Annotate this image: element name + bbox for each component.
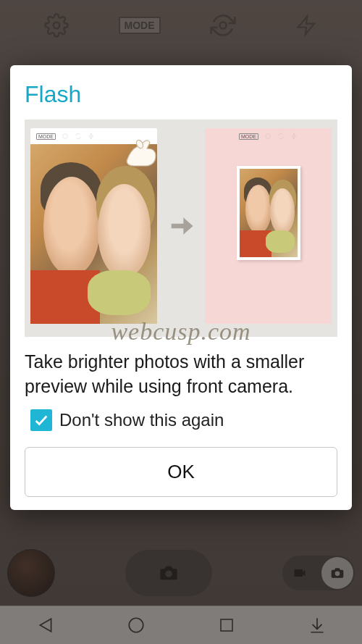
svg-point-9 xyxy=(266,134,271,139)
checkbox-checked-icon[interactable] xyxy=(30,409,52,431)
svg-point-7 xyxy=(63,134,68,139)
checkbox-label: Don't show this again xyxy=(59,410,224,430)
switch-camera-icon xyxy=(75,133,82,140)
dialog-description: Take brighter photos with a smaller prev… xyxy=(25,350,337,399)
illustration-after: MODE xyxy=(205,128,332,324)
dont-show-again-row[interactable]: Don't show this again xyxy=(30,409,337,431)
illus-small-preview xyxy=(237,166,300,260)
arrow-right-icon xyxy=(167,212,195,241)
ok-button[interactable]: OK xyxy=(25,447,337,497)
flash-dialog: Flash MODE MODE xyxy=(10,65,352,510)
pointing-hand-icon xyxy=(119,135,163,172)
illus-mode-label: MODE xyxy=(36,133,56,140)
gear-icon xyxy=(62,133,69,140)
flash-icon xyxy=(88,133,95,140)
flash-icon xyxy=(290,133,298,140)
illus-mode-label: MODE xyxy=(239,133,258,140)
dialog-illustration: MODE MODE xyxy=(25,120,337,337)
dialog-title: Flash xyxy=(25,81,337,108)
switch-camera-icon xyxy=(277,133,285,140)
gear-icon xyxy=(264,133,272,140)
illustration-before: MODE xyxy=(30,128,157,324)
